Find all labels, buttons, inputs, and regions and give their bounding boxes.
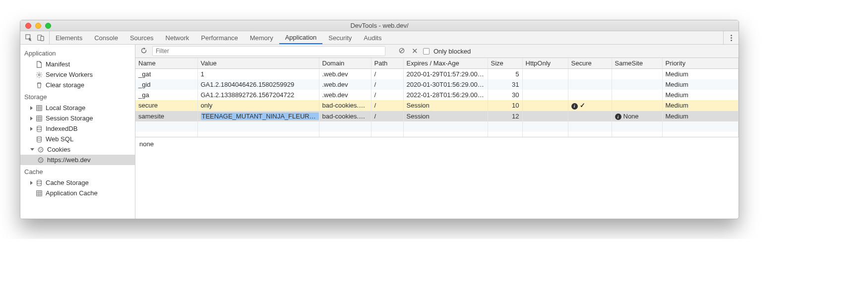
col-expires-max-age[interactable]: Expires / Max-Age <box>403 58 488 69</box>
file-icon <box>36 61 43 68</box>
tab-security[interactable]: Security <box>322 31 358 44</box>
cell-expires: 2020-01-30T01:56:29.000Z <box>403 79 488 90</box>
tab-performance[interactable]: Performance <box>195 31 244 44</box>
cell-priority: Medium <box>662 90 739 100</box>
cell-value: only <box>197 100 319 111</box>
col-size[interactable]: Size <box>488 58 522 69</box>
cell-value: TEENAGE_MUTANT_NINJA_FLEURTLES <box>197 111 319 122</box>
tab-bar: ElementsConsoleSourcesNetworkPerformance… <box>20 31 739 45</box>
sidebar-item-label: Cookies <box>47 146 70 153</box>
cell-expires: Session <box>403 100 488 111</box>
col-name[interactable]: Name <box>135 58 197 69</box>
svg-point-9 <box>39 148 40 149</box>
cell-name: _gid <box>135 79 197 90</box>
svg-rect-2 <box>41 36 44 41</box>
svg-rect-19 <box>37 190 42 196</box>
col-path[interactable]: Path <box>371 58 403 69</box>
cell-path: / <box>371 111 403 122</box>
col-value[interactable]: Value <box>197 58 319 69</box>
sidebar-item-web-sql[interactable]: Web SQL <box>20 134 135 144</box>
inspect-tools <box>20 31 50 44</box>
sidebar-item-local-storage[interactable]: Local Storage <box>20 103 135 113</box>
tab-elements[interactable]: Elements <box>50 31 88 44</box>
filter-input[interactable] <box>152 46 385 56</box>
titlebar: DevTools - web.dev/ <box>20 20 739 31</box>
cell-samesite <box>612 79 662 90</box>
expand-icon <box>30 181 33 185</box>
delete-icon[interactable]: ✕ <box>410 47 419 56</box>
sidebar-item-https-web-dev[interactable]: https://web.dev <box>20 155 135 165</box>
table-row[interactable]: secureonlybad-cookies.g…/Session10i✓Medi… <box>135 100 739 111</box>
sidebar-item-manifest[interactable]: Manifest <box>20 59 135 69</box>
device-toggle-icon[interactable] <box>37 34 44 41</box>
grid-icon <box>36 105 43 112</box>
sidebar-item-label: Web SQL <box>46 135 73 143</box>
tab-network[interactable]: Network <box>160 31 195 44</box>
tab-memory[interactable]: Memory <box>244 31 279 44</box>
cookie-icon <box>37 157 44 164</box>
cell-httponly <box>522 111 568 122</box>
cell-priority: Medium <box>662 69 739 80</box>
table-row[interactable]: _gidGA1.2.1804046426.1580259929.web.dev/… <box>135 79 739 90</box>
table-row[interactable]: _gaGA1.2.1338892726.1567204722.web.dev/2… <box>135 90 739 100</box>
cell-expires: Session <box>403 111 488 122</box>
sidebar-item-cache-storage[interactable]: Cache Storage <box>20 177 135 188</box>
cookies-toolbar: ✕ Only blocked <box>135 45 739 58</box>
svg-point-15 <box>41 159 42 160</box>
cell-samesite <box>612 69 662 80</box>
gear-icon <box>36 71 43 78</box>
cell-httponly <box>522 90 568 100</box>
only-blocked-label: Only blocked <box>434 48 471 55</box>
sidebar-item-clear-storage[interactable]: Clear storage <box>20 80 135 90</box>
grid-icon <box>36 190 43 197</box>
cell-secure <box>568 111 612 122</box>
svg-point-12 <box>41 150 42 151</box>
col-priority[interactable]: Priority <box>662 58 739 69</box>
clear-all-icon[interactable] <box>397 47 406 56</box>
cell-path: / <box>371 90 403 100</box>
cell-path: / <box>371 79 403 90</box>
cell-path: / <box>371 100 403 111</box>
col-samesite[interactable]: SameSite <box>612 58 662 69</box>
cell-expires: 2020-01-29T01:57:29.000Z <box>403 69 488 80</box>
col-httponly[interactable]: HttpOnly <box>522 58 568 69</box>
cell-value: 1 <box>197 69 319 80</box>
table-row[interactable]: _gat1.web.dev/2020-01-29T01:57:29.000Z5M… <box>135 69 739 80</box>
sidebar-item-label: Session Storage <box>46 115 93 122</box>
cell-samesite: iNone <box>612 111 662 122</box>
cell-size: 10 <box>488 100 522 111</box>
cookie-detail: none <box>135 137 739 151</box>
cell-priority: Medium <box>662 111 739 122</box>
col-secure[interactable]: Secure <box>568 58 612 69</box>
svg-line-21 <box>400 49 404 52</box>
sidebar-item-label: Manifest <box>46 60 70 68</box>
sidebar-item-cookies[interactable]: Cookies <box>20 144 135 155</box>
sidebar-item-application-cache[interactable]: Application Cache <box>20 188 135 198</box>
tab-application[interactable]: Application <box>279 31 323 44</box>
cookie-icon <box>37 146 44 153</box>
sidebar-item-service-workers[interactable]: Service Workers <box>20 69 135 80</box>
devtools-window: DevTools - web.dev/ ElementsConsoleSourc… <box>20 20 739 219</box>
inspect-icon[interactable] <box>25 34 32 41</box>
db-icon <box>36 125 43 132</box>
col-domain[interactable]: Domain <box>319 58 371 69</box>
refresh-icon[interactable] <box>139 47 148 56</box>
cell-secure <box>568 79 612 90</box>
cell-size: 30 <box>488 90 522 100</box>
svg-point-11 <box>40 150 41 151</box>
sidebar-item-label: Local Storage <box>46 104 85 112</box>
svg-rect-5 <box>37 116 42 121</box>
tab-console[interactable]: Console <box>88 31 124 44</box>
sidebar-item-session-storage[interactable]: Session Storage <box>20 113 135 123</box>
cell-domain: .web.dev <box>319 90 371 100</box>
table-row[interactable]: samesiteTEENAGE_MUTANT_NINJA_FLEURTLESba… <box>135 111 739 122</box>
overflow-menu[interactable] <box>723 31 739 44</box>
sidebar-item-indexeddb[interactable]: IndexedDB <box>20 123 135 134</box>
sidebar-item-label: Service Workers <box>46 71 93 78</box>
table-body: _gat1.web.dev/2020-01-29T01:57:29.000Z5M… <box>135 69 739 138</box>
tab-sources[interactable]: Sources <box>124 31 160 44</box>
only-blocked-checkbox[interactable] <box>423 48 430 55</box>
tab-audits[interactable]: Audits <box>358 31 387 44</box>
table-row-empty <box>135 132 739 137</box>
cell-priority: Medium <box>662 79 739 90</box>
